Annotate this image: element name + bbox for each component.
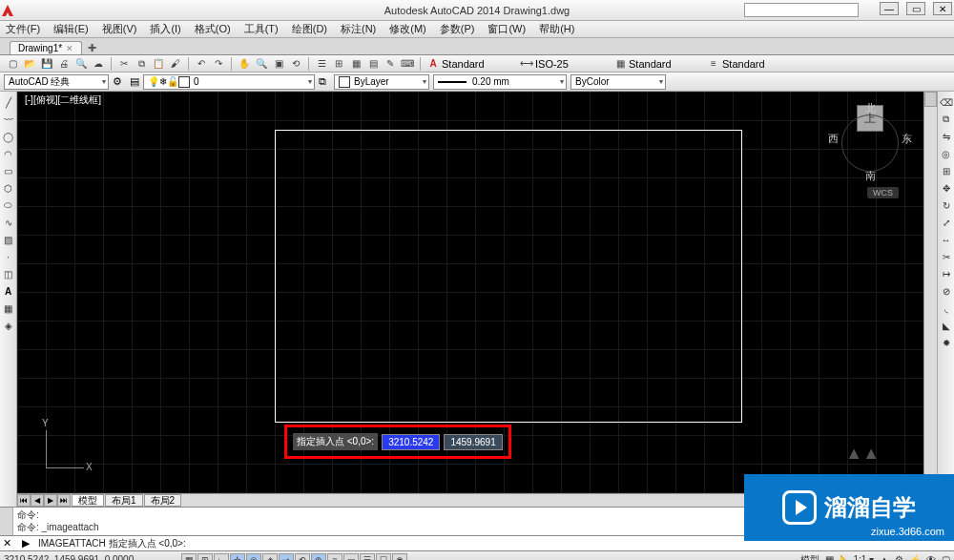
otrack-toggle[interactable]: ⇢ — [279, 553, 294, 561]
textstyle-combo[interactable]: Standard — [442, 58, 518, 70]
isolate-icon[interactable]: 👁 — [926, 554, 936, 560]
menu-help[interactable]: 帮助(H) — [539, 22, 574, 36]
linetype-combo[interactable]: ByColor — [570, 74, 666, 90]
doc-tab-drawing1[interactable]: Drawing1* ✕ — [10, 41, 82, 54]
erase-icon[interactable]: ⌫ — [940, 95, 953, 109]
scroll-first-icon[interactable]: ⏮ — [17, 494, 31, 507]
tool-palettes-icon[interactable]: ▦ — [349, 57, 363, 71]
new-icon[interactable]: ▢ — [6, 57, 19, 71]
mlstyle-combo[interactable]: Standard — [722, 58, 798, 70]
polygon-icon[interactable]: ⬡ — [2, 181, 15, 195]
open-icon[interactable]: 📂 — [23, 57, 36, 71]
cmd-handle[interactable] — [0, 508, 13, 535]
ws-settings-icon[interactable]: ⚙ — [113, 75, 122, 88]
dyn-toggle[interactable]: ⊕ — [311, 553, 326, 561]
circle-icon[interactable]: ◯ — [2, 130, 15, 143]
region-icon[interactable]: ◈ — [2, 319, 15, 332]
layout1-tab[interactable]: 布局1 — [105, 494, 143, 507]
clean-screen-icon[interactable]: ▢ — [942, 554, 950, 560]
table-icon[interactable]: ▦ — [613, 57, 627, 71]
style1-icon[interactable]: A — [426, 57, 440, 71]
plot-icon[interactable]: 🖨 — [57, 57, 71, 71]
menu-insert[interactable]: 插入(I) — [150, 22, 180, 36]
line-icon[interactable]: ╱ — [2, 95, 15, 109]
lineweight-combo[interactable]: 0.20 mm — [433, 74, 567, 90]
minimize-button[interactable]: — — [880, 2, 899, 15]
lwt-toggle[interactable]: ≡ — [327, 553, 342, 561]
menu-edit[interactable]: 编辑(E) — [53, 22, 89, 36]
menu-tools[interactable]: 工具(T) — [244, 22, 279, 36]
properties-icon[interactable]: ☰ — [315, 57, 328, 71]
snap-toggle[interactable]: ▦ — [181, 553, 197, 561]
qp-toggle[interactable]: ☰ — [360, 553, 375, 561]
vertical-scrollbar[interactable] — [923, 92, 937, 507]
compass-north[interactable]: 北 — [865, 101, 876, 115]
trim-icon[interactable]: ✂ — [940, 250, 953, 263]
scroll-last-icon[interactable]: ⏭ — [57, 494, 71, 507]
wcs-badge[interactable]: WCS — [867, 187, 899, 198]
matchprop-icon[interactable]: 🖌 — [169, 57, 182, 71]
copy-icon[interactable]: ⧉ — [135, 57, 148, 71]
zoom-icon[interactable]: 🔍 — [255, 57, 268, 71]
coordinates-readout[interactable]: 3210.5242, 1459.9691, 0.0000 — [4, 554, 176, 560]
dynamic-x-field[interactable]: 3210.5242 — [382, 434, 440, 450]
cmd-close-icon[interactable]: ✕ — [3, 537, 16, 550]
zoom-window-icon[interactable]: ▣ — [272, 57, 285, 71]
dynamic-y-field[interactable]: 1459.9691 — [444, 434, 502, 450]
annotation-scale[interactable]: 📐 1:1 ▾ — [840, 554, 874, 560]
annoscale-icon[interactable]: ▲ — [880, 554, 889, 560]
mirror-icon[interactable]: ⇋ — [940, 130, 953, 143]
scale-icon[interactable]: ⤢ — [940, 216, 953, 229]
ducs-toggle[interactable]: ⟲ — [295, 553, 310, 561]
layout2-tab[interactable]: 布局2 — [144, 494, 182, 507]
layer-props-icon[interactable]: ▤ — [130, 75, 139, 88]
hardware-accel-icon[interactable]: ⚡ — [909, 554, 921, 560]
am-toggle[interactable]: ◉ — [392, 553, 407, 561]
cut-icon[interactable]: ✂ — [117, 57, 131, 71]
viewport-label[interactable]: [-][俯视][二维线框] — [23, 93, 103, 107]
menu-draw[interactable]: 绘图(D) — [292, 22, 327, 36]
publish-icon[interactable]: ☁ — [92, 57, 105, 71]
pan-icon[interactable]: ✋ — [238, 57, 251, 71]
extend-icon[interactable]: ↦ — [940, 267, 953, 280]
block-icon[interactable]: ◫ — [2, 267, 15, 280]
menu-view[interactable]: 视图(V) — [102, 22, 137, 36]
break-icon[interactable]: ⊘ — [940, 284, 953, 298]
menu-param[interactable]: 参数(P) — [440, 22, 475, 36]
new-tab-button[interactable]: ✚ — [84, 42, 100, 54]
stretch-icon[interactable]: ↔ — [940, 233, 953, 246]
doc-tab-close-icon[interactable]: ✕ — [66, 44, 73, 53]
menu-format[interactable]: 格式(O) — [195, 22, 231, 36]
save-icon[interactable]: 💾 — [40, 57, 53, 71]
ml-icon[interactable]: ≡ — [707, 57, 720, 71]
menu-file[interactable]: 文件(F) — [6, 22, 40, 36]
quickcalc-icon[interactable]: ⌨ — [401, 57, 414, 71]
point-icon[interactable]: · — [2, 250, 15, 263]
sheet-set-icon[interactable]: ▤ — [366, 57, 380, 71]
spline-icon[interactable]: ∿ — [2, 216, 15, 229]
arc-icon[interactable]: ◠ — [2, 147, 15, 160]
markup-icon[interactable]: ✎ — [384, 57, 397, 71]
array-icon[interactable]: ⊞ — [940, 164, 953, 177]
compass-west[interactable]: 西 — [828, 132, 839, 146]
ortho-toggle[interactable]: ∟ — [214, 553, 229, 561]
sc-toggle[interactable]: ☐ — [376, 553, 391, 561]
navigation-bar[interactable]: ▲▲ — [845, 444, 880, 464]
offset-icon[interactable]: ◎ — [940, 147, 953, 160]
move-icon[interactable]: ✥ — [940, 181, 953, 195]
compass-east[interactable]: 东 — [902, 132, 912, 146]
menu-modify[interactable]: 修改(M) — [389, 22, 426, 36]
redo-icon[interactable]: ↷ — [212, 57, 225, 71]
model-tab[interactable]: 模型 — [72, 494, 104, 507]
design-center-icon[interactable]: ⊞ — [332, 57, 345, 71]
scroll-prev-icon[interactable]: ◀ — [31, 494, 44, 507]
compass-south[interactable]: 南 — [865, 169, 876, 183]
tablestyle-combo[interactable]: Standard — [629, 58, 705, 70]
hatch-icon[interactable]: ▨ — [2, 233, 15, 246]
view-cube[interactable]: 北 南 西 东 上 — [832, 101, 908, 177]
3dosnap-toggle[interactable]: ◈ — [262, 553, 278, 561]
color-combo[interactable]: ByLayer — [334, 74, 429, 90]
ellipse-icon[interactable]: ⬭ — [2, 198, 15, 212]
grid-toggle[interactable]: ⊞ — [197, 553, 213, 561]
compass-ring[interactable] — [841, 114, 899, 172]
